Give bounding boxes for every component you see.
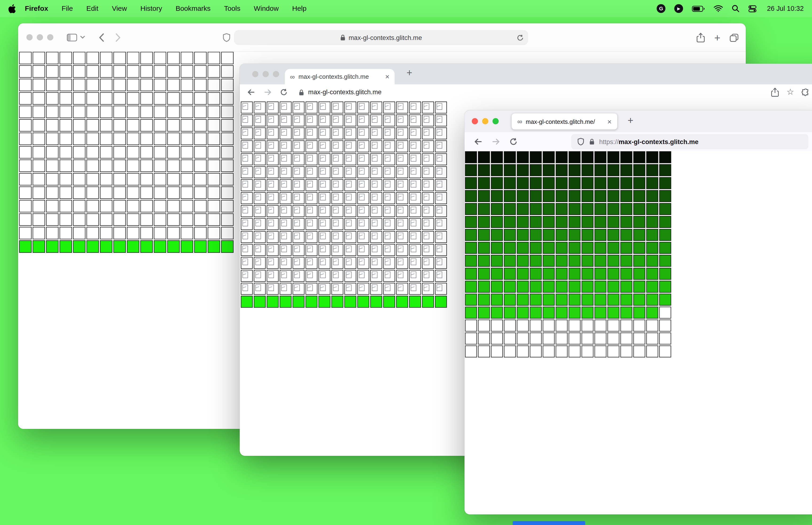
grammarly-icon[interactable]: G [657, 4, 665, 13]
reload-icon[interactable] [510, 138, 517, 146]
chevron-down-icon[interactable] [80, 36, 85, 39]
grid-cell [621, 229, 632, 241]
close-button[interactable] [472, 118, 478, 124]
wifi-icon[interactable] [714, 5, 723, 12]
apple-icon[interactable] [8, 4, 16, 13]
menu-help[interactable]: Help [292, 5, 306, 13]
grid-cell [267, 115, 279, 126]
forward-button[interactable] [116, 33, 121, 42]
grid-cell [280, 153, 292, 165]
grid-cell [435, 231, 447, 243]
reload-icon[interactable] [280, 89, 287, 96]
back-button[interactable] [474, 138, 482, 146]
grid-cell [556, 177, 568, 189]
browser-tab[interactable]: ∞ max-gl-contexts.glitch.me × [285, 69, 395, 84]
broken-image-icon [256, 181, 261, 188]
active-app-name[interactable]: Firefox [25, 5, 48, 13]
new-tab-icon[interactable]: + [714, 32, 720, 43]
broken-image-icon [411, 232, 416, 239]
grid-cell [194, 65, 207, 78]
menu-bar-clock[interactable]: 26 Jul 10:32 [767, 5, 804, 13]
minimize-button[interactable] [37, 34, 43, 40]
grid-cell [87, 240, 99, 253]
address-bar[interactable]: max-gl-contexts.glitch.me [234, 30, 528, 45]
new-tab-button[interactable]: + [628, 116, 633, 125]
menu-tools[interactable]: Tools [224, 5, 240, 13]
minimize-button[interactable] [262, 71, 269, 77]
share-icon[interactable] [696, 33, 705, 43]
privacy-shield-icon[interactable] [223, 33, 230, 44]
broken-image-icon [243, 103, 248, 110]
broken-image-icon [243, 142, 248, 149]
address-bar-url[interactable]: max-gl-contexts.glitch.me [308, 89, 381, 96]
grid-cell [517, 345, 529, 357]
grid-cell [478, 268, 490, 280]
broken-image-icon [411, 284, 416, 291]
grid-cell [396, 283, 408, 295]
tab-close-icon[interactable]: × [385, 73, 389, 80]
background-window-hint[interactable] [513, 521, 585, 525]
grid-cell [194, 106, 207, 118]
grid-cell [113, 240, 126, 253]
broken-image-icon [372, 284, 378, 291]
tab-close-icon[interactable]: × [607, 118, 612, 125]
menu-view[interactable]: View [112, 5, 127, 13]
menu-edit[interactable]: Edit [87, 5, 98, 13]
close-button[interactable] [26, 34, 32, 40]
grid-cell [409, 153, 421, 165]
zoom-button[interactable] [492, 118, 499, 124]
grid-cell [241, 153, 253, 165]
menu-file[interactable]: File [62, 5, 73, 13]
sidebar-icon[interactable] [67, 33, 77, 41]
grid-cell [87, 65, 99, 78]
tracking-shield-icon[interactable] [578, 138, 584, 146]
broken-image-icon [333, 103, 339, 110]
broken-image-icon [398, 142, 403, 149]
grid-cell [556, 216, 568, 228]
grid-cell [569, 332, 581, 345]
grid-cell [435, 218, 447, 230]
back-button[interactable] [247, 89, 255, 96]
menu-history[interactable]: History [140, 5, 162, 13]
forward-button[interactable] [264, 89, 272, 96]
grid-cell [241, 244, 253, 256]
back-button[interactable] [99, 33, 104, 42]
bookmark-star-icon[interactable]: ☆ [787, 88, 794, 96]
play-icon[interactable]: ▶ [674, 4, 683, 13]
broken-image-icon [346, 116, 352, 123]
grid-cell [491, 164, 503, 176]
battery-icon[interactable] [692, 5, 705, 12]
tab-overview-icon[interactable] [730, 33, 738, 42]
minimize-button[interactable] [482, 118, 488, 124]
grid-cell [478, 307, 490, 319]
grid-cell [633, 307, 645, 319]
reload-icon[interactable] [517, 34, 524, 41]
share-icon[interactable] [771, 87, 779, 97]
grid-cell [33, 213, 45, 226]
grid-cell [594, 332, 607, 345]
lock-icon[interactable] [589, 138, 594, 145]
forward-button[interactable] [491, 138, 500, 146]
new-tab-button[interactable]: + [407, 68, 412, 78]
lock-icon[interactable] [299, 89, 304, 96]
control-center-icon[interactable] [748, 4, 756, 13]
browser-tab[interactable]: ∞ max-gl-contexts.glitch.me/ × [512, 114, 617, 130]
grid-cell [504, 151, 516, 163]
grid-cell [87, 227, 99, 239]
broken-image-icon [307, 142, 313, 149]
spotlight-icon[interactable] [732, 5, 740, 13]
zoom-button[interactable] [273, 71, 279, 77]
close-button[interactable] [252, 71, 258, 77]
menu-window[interactable]: Window [254, 5, 279, 13]
grid-cell [594, 307, 607, 319]
broken-image-icon [268, 129, 274, 136]
extensions-icon[interactable] [802, 88, 810, 96]
address-bar[interactable]: https://max-gl-contexts.glitch.me [571, 134, 808, 149]
grid-cell [19, 227, 32, 239]
zoom-button[interactable] [47, 34, 53, 40]
broken-image-icon [256, 232, 261, 239]
broken-image-icon [436, 271, 442, 278]
grid-cell [254, 257, 266, 269]
grid-cell [370, 244, 382, 256]
menu-bookmarks[interactable]: Bookmarks [175, 5, 211, 13]
